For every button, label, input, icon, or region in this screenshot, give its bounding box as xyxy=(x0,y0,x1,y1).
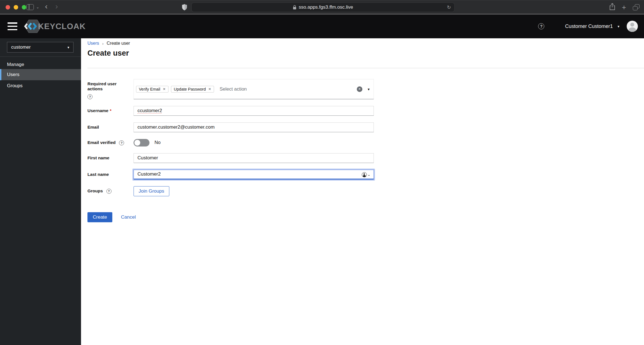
reload-icon[interactable]: ↻ xyxy=(447,4,451,10)
chip-verify-email: Verify Email ✕ xyxy=(136,86,168,93)
breadcrumb: Users › Create user xyxy=(87,41,130,46)
required-actions-help-icon[interactable]: ? xyxy=(87,94,92,99)
nav-section-manage: Manage xyxy=(7,62,24,67)
form-actions: Create Cancel xyxy=(87,212,375,222)
sidebar-divider xyxy=(0,56,81,57)
user-dropdown-label: Customer Customer1 xyxy=(565,23,613,29)
chip-verify-email-label: Verify Email xyxy=(139,87,160,91)
autofill-contact-control[interactable]: ⌄ xyxy=(362,172,370,177)
browser-sidebar-icon[interactable] xyxy=(27,4,34,10)
user-dropdown[interactable]: Customer Customer1 ▾ xyxy=(565,23,619,29)
join-groups-button[interactable]: Join Groups xyxy=(134,186,169,196)
groups-help-icon[interactable]: ? xyxy=(106,189,111,194)
realm-caret-down-icon: ▾ xyxy=(67,45,69,49)
email-verified-help-icon[interactable]: ? xyxy=(119,140,124,145)
close-window-button[interactable] xyxy=(6,5,10,10)
sidebar-item-groups-label: Groups xyxy=(7,83,23,89)
required-actions-row: Required user actions ? Verify Email ✕ U… xyxy=(87,79,375,99)
new-tab-icon[interactable]: + xyxy=(622,4,626,11)
address-text: sso.apps.fgs3.ffm.osc.live xyxy=(299,4,353,10)
chip-update-password-close-icon[interactable]: ✕ xyxy=(208,87,211,91)
chip-verify-email-close-icon[interactable]: ✕ xyxy=(163,87,166,91)
sidebar-nav: Users Groups xyxy=(0,69,81,91)
breadcrumb-current: Create user xyxy=(107,41,130,46)
cancel-button[interactable]: Cancel xyxy=(121,214,136,220)
email-verified-state: No xyxy=(155,140,161,145)
browser-back-icon[interactable]: ‹ xyxy=(45,2,47,11)
autofill-chevron-down-icon: ⌄ xyxy=(367,173,370,176)
first-name-row: First name xyxy=(87,153,375,163)
first-name-label: First name xyxy=(87,155,109,160)
keycloak-logo[interactable]: KEYCLOAK xyxy=(24,19,86,34)
avatar[interactable] xyxy=(627,21,638,32)
clear-selection-icon[interactable]: ✕ xyxy=(357,86,362,92)
groups-row: Groups ? Join Groups xyxy=(87,186,375,196)
realm-selector[interactable]: customer ▾ xyxy=(7,42,73,53)
title-divider xyxy=(87,68,644,68)
email-verified-label: Email verified xyxy=(87,140,116,145)
sidebar-item-users[interactable]: Users xyxy=(0,69,81,80)
multiselect-placeholder[interactable]: Select action xyxy=(220,86,247,92)
keycloak-masthead: KEYCLOAK ? Customer Customer1 ▾ xyxy=(0,14,644,38)
email-verified-toggle[interactable] xyxy=(134,139,149,146)
realm-selector-label: customer xyxy=(11,44,31,50)
last-name-row: Last name ⌄ xyxy=(87,170,375,179)
first-name-input[interactable] xyxy=(134,153,374,163)
lock-icon xyxy=(293,5,296,10)
username-input[interactable] xyxy=(134,106,374,116)
minimize-window-button[interactable] xyxy=(14,5,18,10)
required-asterisk: * xyxy=(110,108,111,113)
help-icon[interactable]: ? xyxy=(538,23,544,29)
last-name-input[interactable] xyxy=(134,170,374,179)
chip-update-password-label: Update Password xyxy=(174,87,206,91)
email-verified-row: Email verified ? No xyxy=(87,139,375,146)
browser-toolbar-right: + xyxy=(609,0,640,14)
screen: ⌄ ‹ › sso.apps.fgs3.ffm.osc.live ↻ xyxy=(0,0,644,345)
username-label: Username xyxy=(87,108,108,113)
window-controls xyxy=(6,5,26,10)
sidebar-chevron-down-icon[interactable]: ⌄ xyxy=(36,5,39,9)
chip-update-password: Update Password ✕ xyxy=(171,86,214,93)
share-icon[interactable] xyxy=(609,3,615,11)
masthead-right: ? Customer Customer1 ▾ xyxy=(538,21,638,32)
breadcrumb-users-link[interactable]: Users xyxy=(87,41,99,46)
sidebar-item-groups[interactable]: Groups xyxy=(0,80,81,91)
email-input[interactable] xyxy=(134,122,374,132)
sidebar-item-users-label: Users xyxy=(7,72,19,77)
nav-toggle-icon[interactable] xyxy=(8,22,17,30)
sidebar: customer ▾ Manage Users Groups xyxy=(0,38,81,345)
page-title: Create user xyxy=(87,49,129,58)
username-row: Username* xyxy=(87,106,375,116)
required-actions-multiselect[interactable]: Verify Email ✕ Update Password ✕ Select … xyxy=(134,79,374,99)
last-name-label: Last name xyxy=(87,172,109,177)
user-caret-down-icon: ▾ xyxy=(617,24,619,29)
browser-chrome: ⌄ ‹ › sso.apps.fgs3.ffm.osc.live ↻ xyxy=(0,0,644,14)
email-label: Email xyxy=(87,125,99,129)
zoom-window-button[interactable] xyxy=(22,5,26,10)
privacy-shield-icon[interactable] xyxy=(182,4,187,12)
tab-overview-icon[interactable] xyxy=(633,4,640,10)
brand-text: KEYCLOAK xyxy=(38,22,86,31)
address-bar[interactable]: sso.apps.fgs3.ffm.osc.live ↻ xyxy=(191,3,455,12)
main-content: Users › Create user Create user Required… xyxy=(81,38,644,345)
autofill-contact-icon xyxy=(362,172,367,177)
multiselect-caret-down-icon[interactable]: ▾ xyxy=(368,87,370,91)
email-row: Email xyxy=(87,122,375,132)
browser-forward-icon: › xyxy=(55,2,58,11)
required-actions-label: Required user actions xyxy=(87,81,117,91)
create-button[interactable]: Create xyxy=(87,212,112,222)
create-user-form: Required user actions ? Verify Email ✕ U… xyxy=(87,79,375,222)
groups-label: Groups xyxy=(87,188,103,193)
breadcrumb-chevron-icon: › xyxy=(102,41,104,46)
required-actions-label-col: Required user actions ? xyxy=(87,79,134,99)
